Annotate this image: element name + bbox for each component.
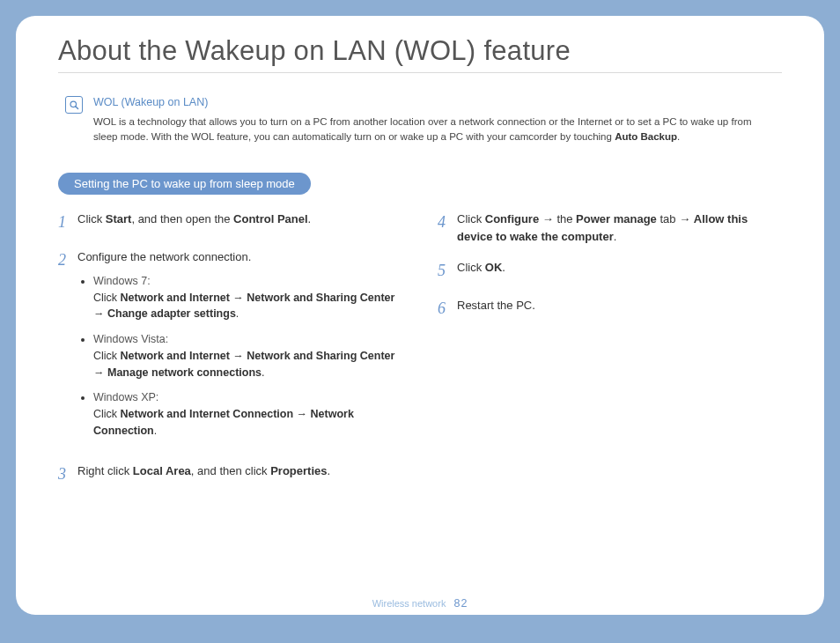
step-number: 6 [438, 297, 450, 321]
section-heading-pill: Setting the PC to wake up from sleep mod… [58, 173, 311, 195]
left-column: 1Click Start, and then open the Control … [58, 211, 402, 499]
right-column: 4Click Configure → the Power manage tab … [438, 211, 782, 499]
step: 2Configure the network connection.Window… [58, 248, 402, 447]
magnifier-icon [65, 96, 83, 114]
footer-page-number: 82 [453, 597, 468, 610]
step-body: Right click Local Area, and then click P… [77, 462, 402, 486]
content-card: About the Wakeup on LAN (WOL) feature WO… [16, 16, 824, 615]
steps-columns: 1Click Start, and then open the Control … [58, 211, 782, 499]
sub-bullet: Windows Vista:Click Network and Internet… [93, 331, 402, 381]
step-number: 5 [438, 259, 450, 283]
sub-bullet: Windows 7:Click Network and Internet → N… [93, 273, 402, 322]
step-body: Click Start, and then open the Control P… [77, 211, 402, 234]
title-divider [58, 72, 782, 73]
page-title: About the Wakeup on LAN (WOL) feature [58, 35, 782, 67]
step: 4Click Configure → the Power manage tab … [438, 211, 782, 245]
step-body: Configure the network connection.Windows… [77, 248, 402, 447]
page-background: About the Wakeup on LAN (WOL) feature WO… [0, 0, 840, 643]
footer-section: Wireless network [372, 598, 446, 609]
page-footer: Wireless network 82 [16, 597, 824, 610]
step-body: Click OK. [457, 259, 782, 283]
info-text: WOL (Wakeup on LAN) WOL is a technology … [93, 94, 775, 144]
step-number: 4 [438, 211, 450, 245]
step-number: 3 [58, 462, 70, 486]
step-body: Restart the PC. [457, 297, 782, 321]
step: 6Restart the PC. [438, 297, 782, 321]
sub-bullet-list: Windows 7:Click Network and Internet → N… [93, 273, 402, 440]
info-body: WOL is a technology that allows you to t… [93, 116, 751, 142]
step: 3Right click Local Area, and then click … [58, 462, 402, 486]
step-number: 1 [58, 211, 70, 234]
info-heading: WOL (Wakeup on LAN) [93, 94, 775, 111]
info-callout: WOL (Wakeup on LAN) WOL is a technology … [58, 94, 782, 144]
step: 1Click Start, and then open the Control … [58, 211, 402, 234]
step-number: 2 [58, 248, 70, 447]
svg-line-1 [75, 106, 77, 108]
sub-bullet: Windows XP:Click Network and Internet Co… [93, 389, 402, 439]
step-body: Click Configure → the Power manage tab →… [457, 211, 782, 245]
step: 5Click OK. [438, 259, 782, 283]
